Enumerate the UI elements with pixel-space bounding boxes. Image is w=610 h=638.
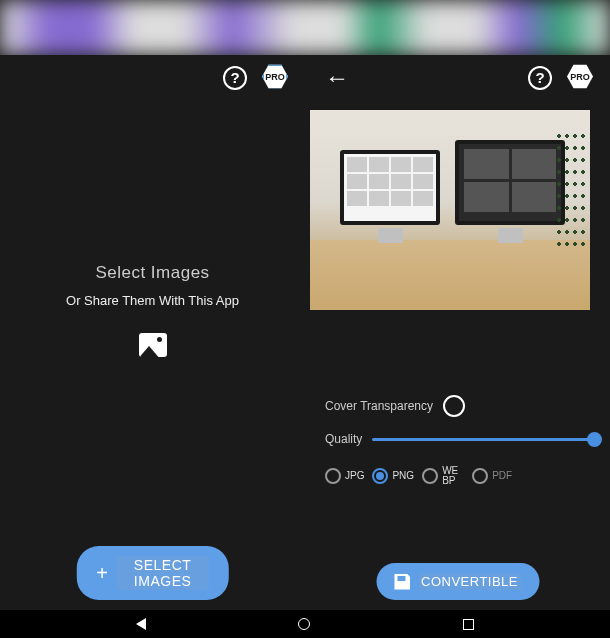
- left-screen: ? PRO Select Images Or Share Them With T…: [0, 55, 305, 610]
- left-top-bar: ? PRO: [0, 55, 305, 100]
- android-nav-bar: [0, 610, 610, 638]
- quality-slider[interactable]: [372, 438, 600, 441]
- select-images-button[interactable]: + SELECT IMAGES: [76, 546, 229, 600]
- format-radio-group: JPG PNG WEBP PDF: [325, 466, 600, 486]
- format-option-webp[interactable]: WEBP: [422, 466, 464, 486]
- nav-recent-icon[interactable]: [463, 619, 474, 630]
- share-subheading: Or Share Them With This App: [66, 293, 239, 308]
- radio-icon: [422, 468, 438, 484]
- pro-badge-label: PRO: [567, 64, 593, 90]
- cover-transparency-toggle[interactable]: [443, 395, 465, 417]
- help-icon[interactable]: ?: [528, 66, 552, 90]
- radio-icon: [325, 468, 341, 484]
- pro-badge[interactable]: PRO: [567, 64, 595, 92]
- format-label: PDF: [492, 471, 512, 481]
- save-icon: [394, 574, 410, 590]
- select-images-label: SELECT IMAGES: [116, 556, 208, 590]
- format-label: WEBP: [442, 466, 464, 486]
- background-blur-strip: [0, 0, 610, 55]
- format-option-pdf[interactable]: PDF: [472, 468, 512, 484]
- back-icon[interactable]: ←: [325, 64, 349, 92]
- image-icon: [139, 333, 167, 357]
- quality-row: Quality: [325, 432, 600, 446]
- radio-icon: [372, 468, 388, 484]
- radio-icon: [472, 468, 488, 484]
- left-empty-state: Select Images Or Share Them With This Ap…: [0, 100, 305, 520]
- pro-badge-label: PRO: [262, 64, 288, 90]
- format-label: PNG: [392, 471, 414, 481]
- plus-icon: +: [96, 562, 108, 585]
- right-top-bar: ← ? PRO: [305, 55, 610, 100]
- select-heading: Select Images: [95, 263, 209, 283]
- format-option-jpg[interactable]: JPG: [325, 468, 364, 484]
- nav-home-icon[interactable]: [298, 618, 310, 630]
- cover-transparency-label: Cover Transparency: [325, 399, 433, 413]
- pro-badge[interactable]: PRO: [262, 64, 290, 92]
- convert-button-label: CONVERTIBLE: [418, 573, 521, 590]
- quality-label: Quality: [325, 432, 362, 446]
- image-preview-thumbnail[interactable]: [310, 110, 590, 310]
- quality-slider-thumb[interactable]: [587, 432, 602, 447]
- nav-back-icon[interactable]: [136, 618, 146, 630]
- conversion-controls: Cover Transparency Quality JPG PNG: [325, 395, 600, 486]
- format-label: JPG: [345, 471, 364, 481]
- convert-button[interactable]: CONVERTIBLE: [376, 563, 539, 600]
- cover-transparency-row: Cover Transparency: [325, 395, 600, 417]
- help-icon[interactable]: ?: [223, 66, 247, 90]
- right-screen: ← ? PRO Cover Transparency Quality: [305, 55, 610, 610]
- format-option-png[interactable]: PNG: [372, 468, 414, 484]
